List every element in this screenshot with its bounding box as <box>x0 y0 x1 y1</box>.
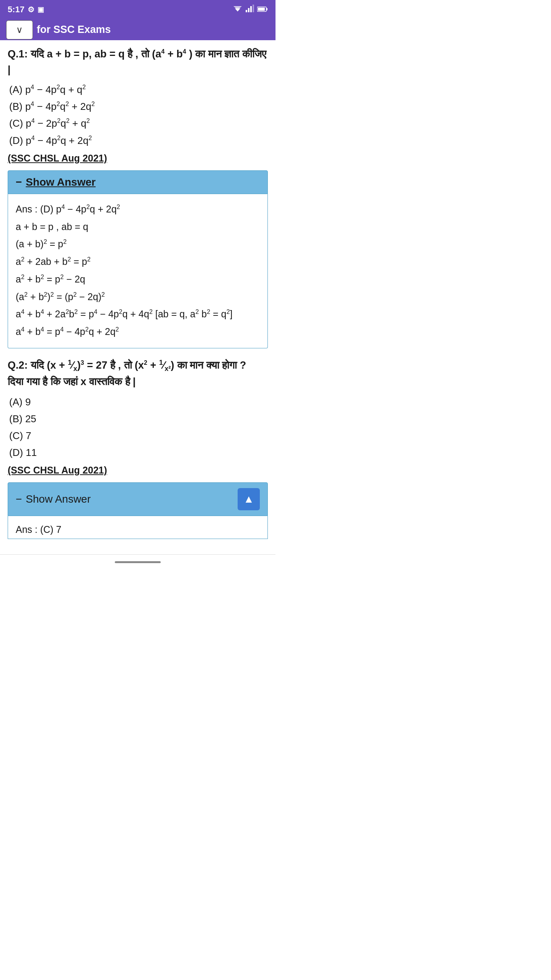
svg-rect-3 <box>248 8 249 12</box>
question-1-block: Q.1: यदि a + b = p, ab = q है , तो (a4 +… <box>8 46 268 348</box>
q1-option-b[interactable]: (B) p4 − 4p2q2 + 2q2 <box>9 98 268 115</box>
nav-handle <box>115 561 161 563</box>
q2-option-c[interactable]: (C) 7 <box>9 427 268 444</box>
sim-icon: ▣ <box>37 5 44 14</box>
q1-number: Q.1: <box>8 48 28 60</box>
show-answer-label-q2: Show Answer <box>26 493 91 505</box>
nav-bar <box>0 554 276 570</box>
status-bar: 5:17 ⚙ ▣ <box>0 0 276 19</box>
status-right <box>233 5 268 15</box>
svg-rect-2 <box>246 10 247 12</box>
q2-option-a[interactable]: (A) 9 <box>9 394 268 410</box>
time-display: 5:17 <box>8 5 24 15</box>
q1-source: (SSC CHSL Aug 2021) <box>8 153 107 164</box>
dash-icon-q2: − <box>16 493 22 505</box>
q1-option-d[interactable]: (D) p4 − 4p2q + 2q2 <box>9 132 268 149</box>
svg-marker-1 <box>233 6 242 10</box>
question-2-text: Q.2: यदि (x + 1⁄x)3 = 27 है , तो (x2 + 1… <box>8 358 268 390</box>
header-bar: ∨ for SSC Exams <box>0 19 276 40</box>
q1-option-c[interactable]: (C) p4 − 2p2q2 + q2 <box>9 115 268 132</box>
q2-number: Q.2: <box>8 359 28 371</box>
scroll-to-top-button[interactable]: ▲ <box>238 488 260 510</box>
show-answer-button-q1[interactable]: − Show Answer <box>8 170 268 194</box>
chevron-down-icon: ∨ <box>16 24 23 35</box>
svg-rect-8 <box>266 8 267 10</box>
header-title: for SSC Exams <box>37 24 111 36</box>
answer-line-4: a2 + 2ab + b2 = p2 <box>16 253 260 270</box>
q2-option-b[interactable]: (B) 25 <box>9 410 268 427</box>
collapse-button[interactable]: ∨ <box>6 20 33 39</box>
show-answer-button-q2[interactable]: − Show Answer ▲ <box>8 482 268 516</box>
battery-icon <box>257 5 268 15</box>
svg-rect-5 <box>253 5 254 12</box>
question-2-block: Q.2: यदि (x + 1⁄x)3 = 27 है , तो (x2 + 1… <box>8 358 268 539</box>
signal-icon <box>246 5 254 15</box>
wifi-icon <box>233 5 243 15</box>
q2-source: (SSC CHSL Aug 2021) <box>8 465 107 476</box>
answer-line-6: (a2 + b2)2 = (p2 − 2q)2 <box>16 289 260 305</box>
main-content: Q.1: यदि a + b = p, ab = q है , तो (a4 +… <box>0 40 276 554</box>
show-answer-label-q1: Show Answer <box>26 176 96 188</box>
dash-icon-q1: − <box>16 176 22 188</box>
answer-line-1: Ans : (D) p4 − 4p2q + 2q2 <box>16 201 260 218</box>
question-1-text: Q.1: यदि a + b = p, ab = q है , तो (a4 +… <box>8 46 268 77</box>
answer-line-2: a + b = p , ab = q <box>16 219 260 235</box>
chevron-up-icon: ▲ <box>243 493 254 505</box>
answer-line-7: a4 + b4 + 2a2b2 = p4 − 4p2q + 4q2 [ab = … <box>16 306 260 323</box>
status-left: 5:17 ⚙ ▣ <box>8 5 44 15</box>
answer-line-3: (a + b)2 = p2 <box>16 236 260 253</box>
svg-rect-7 <box>258 8 265 11</box>
settings-icon: ⚙ <box>28 5 34 14</box>
q1-option-a[interactable]: (A) p4 − 4p2q + q2 <box>9 81 268 98</box>
answer-line-5: a2 + b2 = p2 − 2q <box>16 271 260 288</box>
q2-option-d[interactable]: (D) 11 <box>9 444 268 461</box>
show-answer-left-q2: − Show Answer <box>16 493 91 505</box>
answer-partial-line-1: Ans : (C) 7 <box>16 521 260 538</box>
answer-partial-q2: Ans : (C) 7 <box>8 516 268 539</box>
answer-box-q1: Ans : (D) p4 − 4p2q + 2q2 a + b = p , ab… <box>8 194 268 348</box>
svg-rect-4 <box>250 6 252 12</box>
answer-line-8: a4 + b4 = p4 − 4p2q + 2q2 <box>16 323 260 340</box>
